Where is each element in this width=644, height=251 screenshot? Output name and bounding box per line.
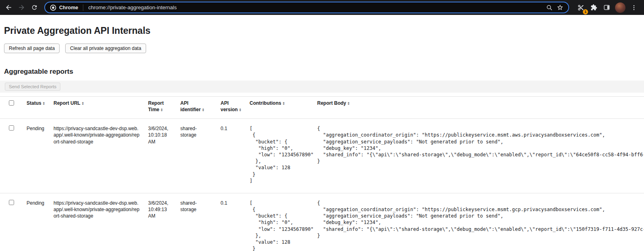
- page-title: Private Aggregation API Internals: [4, 25, 644, 36]
- cell-api-version: 0.1: [217, 193, 246, 251]
- refresh-icon: [31, 4, 38, 11]
- refresh-all-page-data-button[interactable]: Refresh all page data: [4, 44, 60, 53]
- sort-icon: ⇕: [160, 108, 163, 112]
- profile-avatar[interactable]: [615, 2, 625, 13]
- browser-toolbar: Chrome chrome://private-aggregation-inte…: [0, 0, 644, 15]
- cell-report-time: 3/6/2024, 10:10:18 AM: [144, 119, 176, 193]
- sort-icon: ⇕: [42, 102, 45, 106]
- cell-status: Pending: [23, 119, 50, 193]
- cell-report-url: https://privacy-sandcastle-dev-dsp.web.a…: [50, 119, 144, 193]
- header-status[interactable]: Status⇕: [23, 97, 50, 119]
- omnibox-url-text: chrome://private-aggregation-internals: [88, 4, 177, 10]
- report-row: Pending https://privacy-sandcastle-dev-d…: [0, 193, 644, 251]
- header-label: Report Body: [317, 100, 346, 106]
- header-label: API identifier: [180, 100, 201, 112]
- menu-kebab-icon[interactable]: [628, 2, 640, 14]
- scissors-icon: [578, 4, 584, 11]
- back-button[interactable]: [2, 2, 14, 14]
- cell-status: Pending: [23, 193, 50, 251]
- extension-icon[interactable]: 1: [575, 2, 587, 14]
- back-arrow-icon: [5, 4, 12, 11]
- table-header-row: Status⇕ Report URL⇕ Report Time⇕ API ide…: [0, 97, 644, 119]
- send-selected-reports-button[interactable]: Send Selected Reports: [5, 83, 60, 91]
- cell-contributions: [ { "bucket": { "high": "0", "low": "123…: [246, 193, 313, 251]
- sort-icon: ⇕: [81, 102, 85, 106]
- header-report-url[interactable]: Report URL⇕: [50, 97, 144, 119]
- extension-badge: 1: [583, 9, 588, 15]
- report-row: Pending https://privacy-sandcastle-dev-d…: [0, 119, 644, 193]
- header-label: Contributions: [250, 100, 281, 106]
- cell-report-body: { "aggregation_coordinator_origin": "htt…: [313, 193, 644, 251]
- header-label: Report URL: [54, 100, 80, 106]
- table-toolbar: Send Selected Reports: [0, 81, 644, 93]
- cell-api-identifier: shared-storage: [176, 193, 217, 251]
- header-checkbox-cell: [0, 97, 23, 119]
- section-title: Aggregatable reports: [4, 68, 644, 76]
- row-checkbox-cell: [0, 193, 23, 251]
- side-panel-icon[interactable]: [601, 2, 613, 14]
- sort-icon: ⇕: [239, 108, 242, 112]
- cell-report-url: https://privacy-sandcastle-dev-dsp.web.a…: [50, 193, 144, 251]
- cell-api-identifier: shared-storage: [176, 119, 217, 193]
- header-api-identifier[interactable]: API identifier⇕: [176, 97, 217, 119]
- extensions-puzzle-icon[interactable]: [588, 2, 600, 14]
- clear-all-private-aggregation-data-button[interactable]: Clear all private aggregation data: [65, 44, 146, 53]
- select-all-checkbox[interactable]: [9, 100, 14, 106]
- row-checkbox[interactable]: [9, 200, 14, 205]
- header-label: Status: [27, 100, 41, 106]
- header-api-version[interactable]: API version⇕: [217, 97, 246, 119]
- cell-contributions: [ { "bucket": { "high": "0", "low": "123…: [246, 119, 313, 193]
- sort-icon: ⇕: [347, 102, 350, 106]
- sort-icon: ⇕: [282, 102, 285, 106]
- sort-icon: ⇕: [202, 108, 205, 112]
- row-checkbox-cell: [0, 119, 23, 193]
- chrome-chip: Chrome: [50, 4, 78, 11]
- header-label: API version: [221, 100, 238, 112]
- cell-report-body: { "aggregation_coordinator_origin": "htt…: [313, 119, 644, 193]
- omnibox-chip-label: Chrome: [59, 5, 78, 10]
- header-report-body[interactable]: Report Body⇕: [313, 97, 644, 119]
- row-checkbox[interactable]: [9, 125, 14, 131]
- header-contributions[interactable]: Contributions⇕: [246, 97, 313, 119]
- aggregatable-reports-table: Status⇕ Report URL⇕ Report Time⇕ API ide…: [0, 96, 644, 251]
- cell-api-version: 0.1: [217, 119, 246, 193]
- bookmark-star-icon[interactable]: [555, 2, 565, 13]
- cell-report-time: 3/6/2024, 10:49:13 AM: [144, 193, 176, 251]
- omnibox[interactable]: Chrome chrome://private-aggregation-inte…: [44, 2, 569, 13]
- search-icon[interactable]: [544, 2, 555, 13]
- page-actions: Refresh all page data Clear all private …: [4, 44, 644, 53]
- refresh-button[interactable]: [28, 2, 40, 14]
- forward-button[interactable]: [15, 2, 27, 14]
- forward-arrow-icon: [18, 4, 25, 11]
- chrome-logo-icon: [50, 4, 56, 11]
- chip-divider: [83, 4, 83, 11]
- header-report-time[interactable]: Report Time⇕: [144, 97, 176, 119]
